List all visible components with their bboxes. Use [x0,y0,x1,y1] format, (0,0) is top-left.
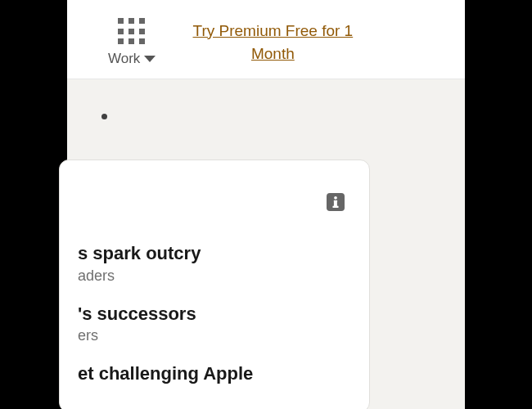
apps-grid-icon [118,18,146,46]
news-item[interactable]: 's successors ers [78,303,351,345]
news-meta: aders [78,267,351,285]
news-meta: ers [78,327,351,344]
bullet-dot [101,114,107,119]
news-item[interactable]: et challenging Apple [78,362,351,385]
news-title: et challenging Apple [78,362,351,385]
right-black-bar [465,0,532,409]
work-nav-item[interactable]: Work [108,18,156,67]
svg-rect-2 [333,206,339,208]
news-card: s spark outcry aders 's successors ers e… [59,160,370,409]
news-title: 's successors [78,303,351,326]
left-black-bar [0,0,67,409]
top-nav: Work Try Premium Free for 1 Month [67,0,465,79]
premium-link[interactable]: Try Premium Free for 1 Month [187,20,358,66]
news-item[interactable]: s spark outcry aders [78,242,351,285]
caret-down-icon [144,56,156,62]
content-area: Work Try Premium Free for 1 Month s spar… [67,0,465,409]
work-nav-label: Work [108,51,156,67]
work-label-text: Work [108,51,140,67]
info-glyph-icon [331,196,340,208]
news-list: s spark outcry aders 's successors ers e… [78,242,351,385]
svg-point-0 [334,196,337,200]
info-icon[interactable] [327,193,345,211]
news-title: s spark outcry [78,242,351,265]
